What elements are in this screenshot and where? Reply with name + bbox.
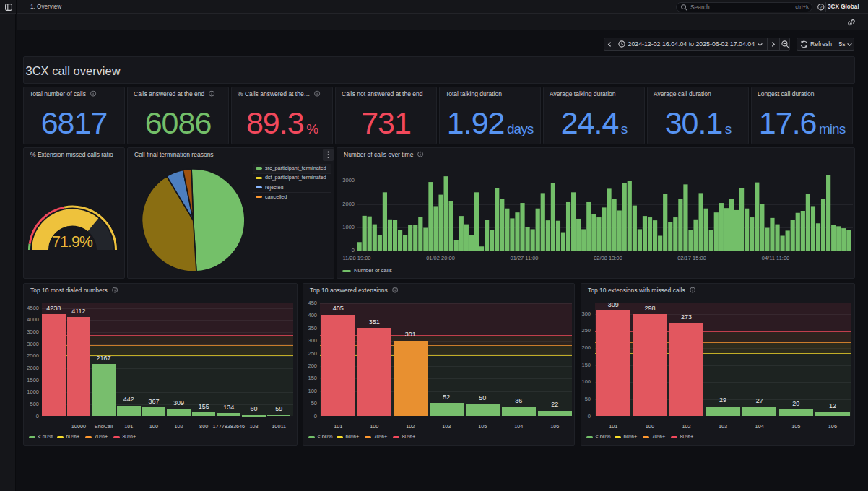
svg-text:?: ?	[820, 4, 823, 9]
svg-text:71.9%: 71.9%	[52, 233, 93, 251]
